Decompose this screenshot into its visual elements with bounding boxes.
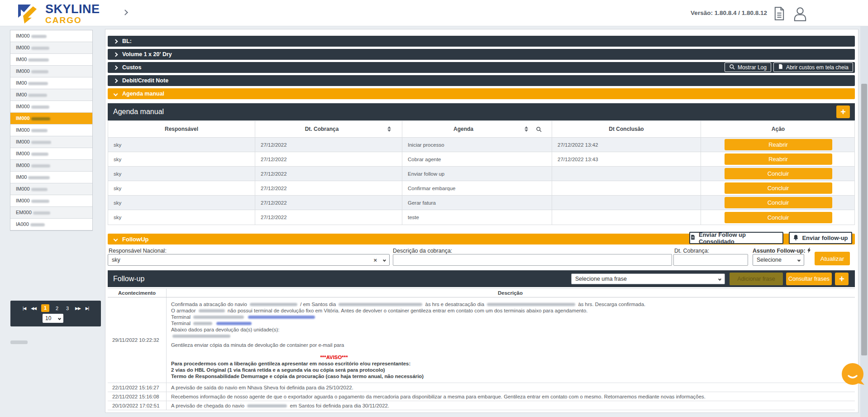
agenda-table-row: sky27/12/2022Cobrar agente27/12/2022 13:… [108,152,854,167]
agenda-cell-respons-vel: sky [108,196,255,210]
sidebar-item-im000-11[interactable]: IM000 [10,160,92,172]
accordion-debit-credit-note[interactable]: Debit/Credit Note [108,75,855,86]
cell-value: 27/12/2022 [261,215,287,220]
followup-description-cell: Confirmada a atracação do navio / em San… [167,297,855,383]
agenda-cell-respons-vel: sky [108,152,255,166]
pagination-page-3[interactable]: 3 [65,306,70,311]
page-size-select[interactable]: 10 [43,314,63,323]
chat-widget-button[interactable] [841,362,866,388]
accordion-agenda-manual[interactable]: Agenda manual [108,88,855,99]
descricao-cobranca-input[interactable] [393,254,672,266]
assunto-followup-select[interactable]: Selecione [753,254,804,266]
accordion-label: Debit/Credit Note [122,77,168,84]
sidebar-item-im000-13[interactable]: IM000 [10,183,92,195]
first-page-icon[interactable]: |◀ [23,306,26,311]
concluir-button[interactable]: Concluir [725,182,832,194]
documents-icon[interactable] [773,7,786,22]
sidebar-item-im00-5[interactable]: IM00 [10,89,92,101]
sidebar-item-im000-8[interactable]: IM000 [10,125,92,136]
agenda-cell-respons-vel: sky [108,138,255,152]
last-page-icon[interactable]: ▶| [86,306,89,311]
description-line: Para procedermos com a liberação gentile… [171,360,850,367]
sidebar-item-ia000-16[interactable]: IA000 [10,219,92,230]
phrase-select[interactable]: Selecione uma frase [571,273,725,284]
followup-table-row: 29/11/2022 10:22:32Confirmada a atracaçã… [108,297,855,383]
clear-selection-icon[interactable]: × [373,257,377,264]
column-header-label: Acontecimento [118,290,156,296]
sidebar-item-im000-7[interactable]: IM000 [10,113,92,125]
sort-icon[interactable] [525,126,528,132]
description-line: A previsão de saída do navio em Nhava Sh… [171,384,850,391]
accordion-bl[interactable]: BL: [108,36,855,47]
sidebar-item-im000-14[interactable]: IM000 [10,195,92,207]
document-icon [690,234,696,242]
followup-date-cell: 22/11/2022 15:16:08 [108,392,167,401]
description-text: Recebemos informação de nosso agente de … [171,394,706,399]
concluir-button[interactable]: Concluir [725,168,832,179]
cell-value: 27/12/2022 [261,157,287,162]
column-header-label: Agenda [453,126,501,132]
description-text: ***AVISO*** [320,355,348,360]
sidebar-horizontal-scrollbar[interactable] [10,340,28,344]
pagination-page-2[interactable]: 2 [54,306,60,311]
mostrar-log-button[interactable]: Mostrar Log [725,62,771,72]
user-profile-icon[interactable] [793,6,807,23]
sidebar-toggle-chevron-icon[interactable] [121,6,129,18]
previous-page-icon[interactable]: ◀◀ [31,306,36,311]
redacted-text [31,47,49,50]
process-id-prefix: IM000 [16,45,30,50]
accordion-label: Volume 1 x 20' Dry [122,51,172,58]
enviar-followup-button[interactable]: Enviar follow-up [789,232,852,244]
accordion-custos[interactable]: CustosMostrar LogAbrir custos em tela ch… [108,62,855,73]
redacted-text [31,70,48,73]
app-header: SKYLINE CARGO Versão: 1.80.8.4 / 1.80.8.… [0,0,868,26]
button-label: Enviar follow-up [802,235,848,241]
redacted-text [31,105,49,109]
add-agenda-button[interactable]: + [836,105,850,118]
followup-date-cell: 29/11/2022 10:22:32 [108,297,167,383]
add-followup-button[interactable]: + [835,273,849,285]
next-page-icon[interactable]: ▶▶ [75,306,81,311]
assunto-followup-label: Assunto Follow-up: [753,247,811,254]
enviar-followup-consolidado-button[interactable]: Enviar Follow up Consolidado [689,232,783,244]
process-id-prefix: IM000 [16,68,30,74]
agenda-cell-acao: Concluir [701,210,855,225]
app-screen: SKYLINE CARGO Versão: 1.80.8.4 / 1.80.8.… [0,0,868,417]
agenda-column-header-a-o: Ação [701,121,855,137]
description-line: A previsão de chegada do navio em Santos… [171,403,850,409]
sidebar-item-em000-15[interactable]: EM000 [10,207,92,219]
descricao-cobranca-label: Descrição da cobrança: [393,248,452,254]
skyline-cargo-logo[interactable]: SKYLINE CARGO [17,3,100,24]
responsavel-nacional-select[interactable]: sky × [108,254,390,266]
reabrir-button[interactable]: Reabrir [725,139,832,150]
atualizar-button[interactable]: Atualizar [815,252,850,265]
sidebar-item-im000-10[interactable]: IM000 [10,148,92,160]
description-text: Termo de Responsabilidade Demurrage e có… [171,374,424,379]
agenda-table-row: sky27/12/2022Confirmar embarqueConcluir [108,181,854,196]
consultar-frases-button[interactable]: Consultar frases [786,273,832,285]
concluir-button[interactable]: Concluir [725,197,832,208]
sidebar-item-im000-3[interactable]: IM000 [10,66,92,77]
abrir-custos-em-tela-cheia-button[interactable]: Abrir custos em tela cheia [773,62,853,72]
sidebar-item-im000-1[interactable]: IM000 [10,42,92,54]
sidebar-item-im000-9[interactable]: IM000 [10,136,92,148]
reabrir-button[interactable]: Reabrir [725,153,832,165]
sort-icon[interactable] [387,126,391,132]
process-list-sidebar: IM000IM000IM00IM000IM00IM00IM000IM000IM0… [10,30,93,231]
description-line: O armador não possui terminal de devoluç… [171,307,850,314]
search-icon[interactable] [536,126,542,132]
sidebar-item-im000-6[interactable]: IM000 [10,101,92,113]
pagination-page-1[interactable]: 1 [41,304,49,312]
sidebar-item-im00-12[interactable]: IM00 [10,172,92,183]
agenda-column-header-respons-vel: Responsável [108,121,255,137]
sidebar-item-im00-2[interactable]: IM00 [10,54,92,66]
sidebar-item-im000-0[interactable]: IM000 [10,30,92,42]
dt-cobranca-input[interactable] [673,254,748,266]
chevron-right-icon [122,10,128,15]
process-id-prefix: IM000 [16,104,30,109]
concluir-button[interactable]: Concluir [725,212,832,223]
accordion-volume-1-x-20-dry[interactable]: Volume 1 x 20' Dry [108,49,855,60]
pagination-controls: |◀ ◀◀ 123 ▶▶ ▶| [23,304,89,312]
vertical-scrollbar-thumb[interactable] [861,84,867,355]
sidebar-item-im00-4[interactable]: IM00 [10,77,92,89]
